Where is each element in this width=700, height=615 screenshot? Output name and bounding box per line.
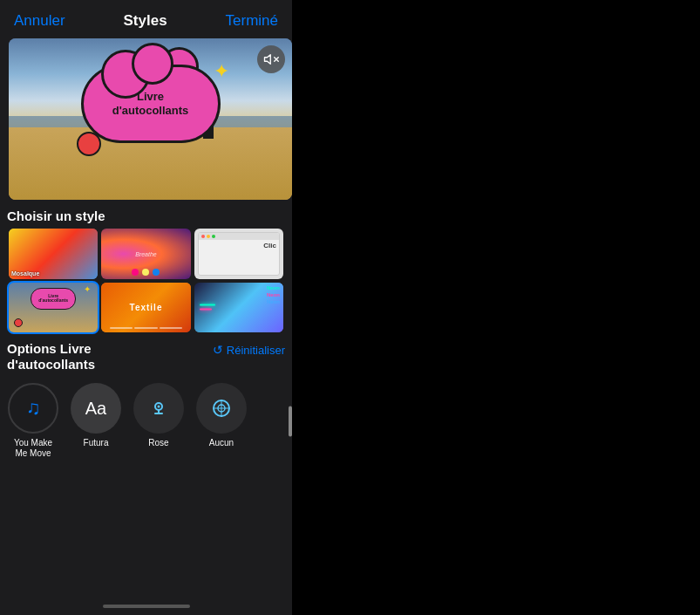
style-mosaic[interactable]: Mosaïque [9, 229, 98, 279]
style-neon[interactable]: Neon Neon Neon [194, 283, 283, 333]
circle-decoration [77, 132, 101, 156]
done-button[interactable]: Terminé [226, 12, 278, 30]
options-label: Options Livred'autocollants [7, 341, 95, 372]
sticker-cloud: Livred'autocollants ✦ [81, 65, 221, 143]
options-row: ♫ You MakeMe Move Aa Futura [0, 378, 292, 464]
options-header: Options Livred'autocollants ↺ Réinitiali… [0, 332, 292, 378]
mute-icon [263, 51, 279, 67]
microphone-icon [148, 398, 169, 419]
font-circle: Aa [71, 383, 121, 434]
style-textile[interactable]: Textile [101, 283, 190, 333]
option-rose[interactable]: Rose [133, 383, 185, 459]
reset-label: Réinitialiser [227, 344, 285, 357]
aucun-label: Aucun [209, 438, 234, 448]
font-icon: Aa [85, 399, 106, 419]
music-label: You MakeMe Move [14, 438, 52, 459]
style-sticker[interactable]: Livred'autocollants ✦ [9, 283, 98, 333]
sticker-text: Livred'autocollants [112, 90, 189, 117]
option-aucun[interactable]: Aucun [195, 383, 248, 459]
rose-label: Rose [148, 438, 168, 448]
mute-button[interactable] [257, 45, 285, 73]
header: Annuler Styles Terminé [0, 0, 292, 38]
reset-icon: ↺ [213, 343, 223, 357]
bottom-indicator [103, 605, 190, 608]
rose-circle [133, 383, 184, 434]
star-icon: ✦ [214, 60, 229, 83]
option-music[interactable]: ♫ You MakeMe Move [7, 383, 59, 459]
cancel-button[interactable]: Annuler [14, 12, 65, 30]
choose-style-label: Choisir un style [0, 200, 292, 229]
reset-button[interactable]: ↺ Réinitialiser [213, 341, 285, 357]
option-font[interactable]: Aa Futura [70, 383, 122, 459]
svg-point-4 [158, 406, 160, 408]
music-icon: ♫ [26, 397, 41, 420]
page-title: Styles [124, 12, 167, 30]
right-area [292, 0, 700, 615]
music-circle: ♫ [8, 383, 58, 434]
style-grid: Mosaïque Breathe [4, 229, 288, 332]
cloud-shape: Livred'autocollants [81, 65, 221, 143]
main-panel: Annuler Styles Terminé Livred'autocollan… [0, 0, 292, 615]
aucun-icon [209, 396, 234, 420]
style-clic[interactable]: Clic [194, 229, 283, 279]
style-breathe[interactable]: Breathe [101, 229, 190, 279]
font-label: Futura [84, 438, 109, 448]
preview-area: Livred'autocollants ✦ [9, 38, 292, 200]
aucun-circle [196, 383, 247, 434]
